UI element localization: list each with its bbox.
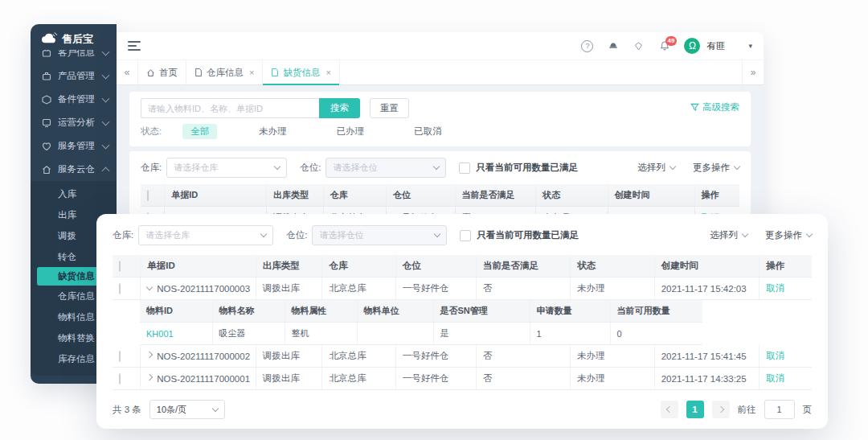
avatar[interactable]: Ω [684, 38, 700, 54]
table-row: NOS-20211117000002 调拨出库 北京总库 一号好件仓 否 未办理… [113, 345, 812, 368]
column-header: 出库类型 [266, 184, 323, 207]
service-icon [42, 142, 51, 151]
select-all-checkbox[interactable] [119, 261, 121, 272]
detail-row: 物料ID 物料名称 物料属性 物料单位 是否SN管理 申请数量 当前可用数量 K… [113, 300, 812, 346]
chevron-down-icon [260, 231, 267, 237]
status-option-done[interactable]: 已办理 [329, 124, 373, 139]
row-checkbox[interactable] [119, 373, 121, 384]
page-unit-label: 页 [803, 404, 813, 416]
search-input[interactable] [141, 98, 319, 118]
chevron-down-icon [102, 71, 110, 79]
select-columns-dropdown[interactable]: 选择列 [638, 162, 676, 174]
expand-row-icon[interactable] [146, 352, 153, 358]
close-tab-icon[interactable]: × [249, 68, 254, 77]
select-columns-dropdown[interactable]: 选择列 [710, 229, 748, 241]
bin-select[interactable]: 请选择仓位 [326, 158, 446, 178]
close-tab-icon[interactable]: × [326, 68, 330, 77]
tab-warehouse-info[interactable]: 仓库信息 × [186, 60, 263, 84]
cancel-link[interactable]: 取消 [766, 283, 784, 293]
more-actions-dropdown[interactable]: 更多操作 [765, 229, 812, 241]
more-actions-dropdown[interactable]: 更多操作 [693, 162, 739, 174]
warehouse-select[interactable]: 请选择仓库 [138, 225, 273, 245]
status-option-cancelled[interactable]: 已取消 [406, 124, 450, 139]
detail-column-header: 是否SN管理 [433, 300, 530, 323]
sidebar-item-label: 服务管理 [58, 140, 103, 152]
reset-button[interactable]: 重置 [370, 98, 409, 118]
table-row-expanded: NOS-20211117000003 调拨出库 北京总库 一号好件仓 否 未办理… [113, 278, 812, 300]
filter-icon [690, 103, 699, 112]
status-option-pending[interactable]: 未办理 [251, 124, 295, 139]
chevron-down-icon [102, 50, 110, 56]
sidebar-item-products[interactable]: 产品管理 [31, 64, 117, 88]
column-header: 操作 [694, 184, 739, 207]
column-header: 单据ID [141, 255, 256, 278]
sidebar-item-analytics[interactable]: 运营分析 [31, 111, 117, 134]
notification-badge: 49 [665, 36, 678, 46]
material-detail-table: 物料ID 物料名称 物料属性 物料单位 是否SN管理 申请数量 当前可用数量 K… [140, 300, 702, 345]
chevron-up-icon [102, 167, 110, 175]
cloud-logo-icon [40, 32, 58, 47]
page-1-button[interactable]: 1 [686, 401, 704, 418]
sidebar-subitem-inbound[interactable]: 入库 [31, 183, 117, 204]
chevron-down-icon [433, 163, 440, 170]
sidebar-item-label: 运营分析 [58, 117, 103, 129]
bell-icon[interactable]: 49 [658, 40, 670, 52]
collapse-row-icon[interactable] [146, 284, 153, 290]
row-checkbox[interactable] [119, 351, 121, 362]
diamond-icon[interactable] [633, 40, 645, 52]
bin-filter-label: 仓位: [300, 162, 321, 174]
select-all-checkbox[interactable] [147, 190, 149, 201]
warehouse-select[interactable]: 请选择仓库 [166, 158, 287, 178]
status-option-all[interactable]: 全部 [182, 124, 217, 139]
spare-parts-icon [42, 95, 51, 105]
help-icon[interactable]: ? [581, 40, 593, 52]
column-header: 单据ID [165, 184, 267, 207]
sidebar-item-service[interactable]: 服务管理 [31, 134, 117, 158]
sidebar-item-spare-parts[interactable]: 备件管理 [31, 88, 117, 111]
chevron-down-icon [212, 405, 219, 411]
chevron-down-icon [274, 163, 280, 170]
app-logo: 售后宝 [31, 24, 117, 50]
column-header: 出库类型 [256, 255, 322, 278]
incognito-icon[interactable] [607, 40, 619, 52]
material-id-link[interactable]: KH001 [146, 329, 174, 339]
chevron-down-icon [806, 231, 813, 237]
column-header: 创建时间 [608, 184, 694, 207]
tab-home[interactable]: 首页 [138, 60, 186, 84]
sidebar-item-customer-clipped[interactable]: 客户信息 [31, 50, 117, 64]
shortage-table: 单据ID 出库类型 仓库 仓位 当前是否满足 状态 创建时间 操作 NOS-20… [113, 255, 812, 390]
customer-icon [42, 50, 51, 58]
column-header: 状态 [536, 184, 608, 207]
expand-row-icon[interactable] [146, 374, 153, 380]
column-header: 仓库 [323, 184, 386, 207]
header-checkbox-cell [113, 255, 141, 278]
goto-page-input[interactable] [764, 400, 795, 419]
user-menu-caret-icon[interactable]: ▾ [748, 42, 752, 50]
column-header: 操作 [760, 255, 812, 278]
page-size-select[interactable]: 10条/页 [149, 400, 225, 419]
bin-select[interactable]: 请选择仓位 [312, 225, 447, 245]
user-name[interactable]: 有匪 [706, 40, 725, 52]
only-available-label[interactable]: 只看当前可用数量已满足 [477, 229, 579, 241]
advanced-search-link[interactable]: 高级搜索 [690, 101, 739, 113]
tabs-scroll-right-icon[interactable]: » [742, 60, 764, 84]
cloud-warehouse-icon [42, 165, 51, 175]
pagination: 共 3 条 10条/页 1 前往 页 [113, 400, 812, 419]
tab-shortage-info[interactable]: 缺货信息 × [263, 60, 339, 84]
column-header: 状态 [571, 255, 654, 278]
only-available-label[interactable]: 只看当前可用数量已满足 [476, 162, 578, 174]
sidebar-item-label: 备件管理 [58, 93, 103, 105]
row-checkbox[interactable] [119, 283, 121, 294]
detail-table-row: KH001 吸尘器 整机 是 1 0 [140, 323, 702, 345]
only-available-checkbox[interactable] [460, 230, 471, 241]
sidebar-item-cloud-warehouse[interactable]: 服务云仓 [31, 158, 117, 181]
sidebar-collapse-icon[interactable] [128, 41, 141, 51]
prev-page-button[interactable] [661, 401, 678, 418]
search-button[interactable]: 搜索 [319, 98, 360, 118]
cancel-link[interactable]: 取消 [766, 351, 784, 360]
next-page-button[interactable] [712, 401, 730, 418]
column-header: 当前是否满足 [476, 255, 570, 278]
only-available-checkbox[interactable] [459, 162, 470, 174]
cancel-link[interactable]: 取消 [766, 373, 784, 383]
tabs-scroll-left-icon[interactable]: « [117, 60, 138, 84]
